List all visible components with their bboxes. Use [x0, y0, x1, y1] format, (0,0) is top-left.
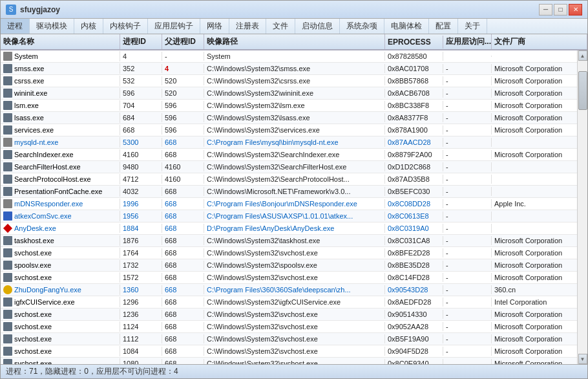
- table-row[interactable]: svchost.exe 1080 668 C:\Windows\System32…: [1, 358, 577, 364]
- close-button[interactable]: ✕: [569, 4, 582, 16]
- table-row[interactable]: System 4 - System 0x87828580: [1, 50, 577, 63]
- maximize-button[interactable]: □: [554, 4, 567, 16]
- menu-registry[interactable]: 注册表: [229, 19, 266, 34]
- process-table: 映像名称 进程ID 父进程ID 映像路径 EPROCESS 应用层访问... 文…: [1, 34, 587, 364]
- table-row[interactable]: taskhost.exe 1876 668 C:\Windows\System3…: [1, 235, 577, 247]
- main-window: S sfuygjazoy ─ □ ✕ 进程 驱动模块 内核 内核钩子 应用层钩子…: [0, 0, 588, 379]
- menu-checkup[interactable]: 电脑体检: [384, 19, 429, 34]
- table-row[interactable]: wininit.exe 596 520 C:\Windows\System32\…: [1, 87, 577, 100]
- title-bar: S sfuygjazoy ─ □ ✕: [1, 1, 587, 19]
- table-row[interactable]: igfxCUIService.exe 1296 668 C:\Windows\S…: [1, 296, 577, 309]
- menu-about[interactable]: 关于: [458, 19, 487, 34]
- status-text: 进程：71，隐藏进程：0，应用层不可访问进程：4: [6, 366, 178, 377]
- menu-network[interactable]: 网络: [200, 19, 229, 34]
- table-row[interactable]: atkexComSvc.exe 1956 668 C:\Program File…: [1, 210, 577, 222]
- menu-driver[interactable]: 驱动模块: [30, 19, 74, 34]
- table-row[interactable]: SearchFilterHost.exe 9480 4160 C:\Window…: [1, 161, 577, 173]
- table-row[interactable]: SearchIndexer.exe 4160 668 C:\Windows\Sy…: [1, 149, 577, 161]
- header-vendor[interactable]: 文件厂商: [492, 34, 587, 49]
- menu-kernel-hook[interactable]: 内核钩子: [103, 19, 148, 34]
- title-bar-left: S sfuygjazoy: [6, 5, 60, 15]
- table-row[interactable]: ZhuDongFangYu.exe 1360 668 C:\Program Fi…: [1, 284, 577, 296]
- menu-process[interactable]: 进程: [1, 19, 30, 34]
- table-row[interactable]: svchost.exe 1084 668 C:\Windows\System32…: [1, 345, 577, 358]
- table-row[interactable]: spoolsv.exe 1732 668 C:\Windows\System32…: [1, 259, 577, 272]
- window-controls: ─ □ ✕: [539, 4, 582, 16]
- header-eprocess[interactable]: EPROCESS: [385, 36, 443, 49]
- menu-app-hook[interactable]: 应用层钩子: [148, 19, 200, 34]
- scrollbar-thumb[interactable]: [578, 71, 587, 110]
- vertical-scrollbar[interactable]: ▲ ▼: [577, 50, 587, 364]
- app-icon: S: [6, 5, 16, 15]
- menu-bar: 进程 驱动模块 内核 内核钩子 应用层钩子 网络 注册表 文件 启动信息 系统杂…: [1, 19, 587, 34]
- header-name[interactable]: 映像名称: [1, 34, 120, 49]
- table-row[interactable]: smss.exe 352 4 C:\Windows\System32\smss.…: [1, 63, 577, 75]
- table-row[interactable]: SearchProtocolHost.exe 4712 4160 C:\Wind…: [1, 173, 577, 186]
- table-row[interactable]: svchost.exe 1112 668 C:\Windows\System32…: [1, 333, 577, 345]
- menu-file[interactable]: 文件: [266, 19, 295, 34]
- window-title: sfuygjazoy: [20, 5, 60, 14]
- table-row[interactable]: services.exe 668 596 C:\Windows\System32…: [1, 124, 577, 136]
- table-row[interactable]: lsm.exe 704 596 C:\Windows\System32\lsm.…: [1, 100, 577, 112]
- table-row[interactable]: PresentationFontCache.exe 4032 668 C:\Wi…: [1, 186, 577, 198]
- table-body: System 4 - System 0x87828580 smss.exe 35…: [1, 50, 577, 364]
- table-row[interactable]: lsass.exe 684 596 C:\Windows\System32\ls…: [1, 112, 577, 124]
- status-bar: 进程：71，隐藏进程：0，应用层不可访问进程：4: [1, 364, 587, 378]
- table-row[interactable]: svchost.exe 1236 668 C:\Windows\System32…: [1, 309, 577, 321]
- table-row[interactable]: AnyDesk.exe 1884 668 D:\Program Files\An…: [1, 222, 577, 235]
- menu-config[interactable]: 配置: [429, 19, 458, 34]
- menu-startup[interactable]: 启动信息: [295, 19, 340, 34]
- table-row[interactable]: csrss.exe 532 520 C:\Windows\System32\cs…: [1, 75, 577, 87]
- header-path[interactable]: 映像路径: [204, 34, 385, 49]
- menu-misc[interactable]: 系统杂项: [340, 19, 384, 34]
- header-ppid[interactable]: 父进程ID: [162, 34, 204, 49]
- table-row[interactable]: mysqld-nt.exe 5300 668 C:\Program Files\…: [1, 136, 577, 149]
- table-row[interactable]: svchost.exe 1764 668 C:\Windows\System32…: [1, 247, 577, 259]
- minimize-button[interactable]: ─: [539, 4, 552, 16]
- table-header: 映像名称 进程ID 父进程ID 映像路径 EPROCESS 应用层访问... 文…: [1, 34, 587, 50]
- table-row[interactable]: svchost.exe 1124 668 C:\Windows\System32…: [1, 321, 577, 333]
- menu-kernel[interactable]: 内核: [74, 19, 103, 34]
- table-row[interactable]: mDNSResponder.exe 1996 668 C:\Program Fi…: [1, 198, 577, 210]
- header-access[interactable]: 应用层访问...: [443, 34, 492, 49]
- table-row[interactable]: svchost.exe 1572 668 C:\Windows\System32…: [1, 272, 577, 284]
- header-pid[interactable]: 进程ID: [120, 34, 162, 49]
